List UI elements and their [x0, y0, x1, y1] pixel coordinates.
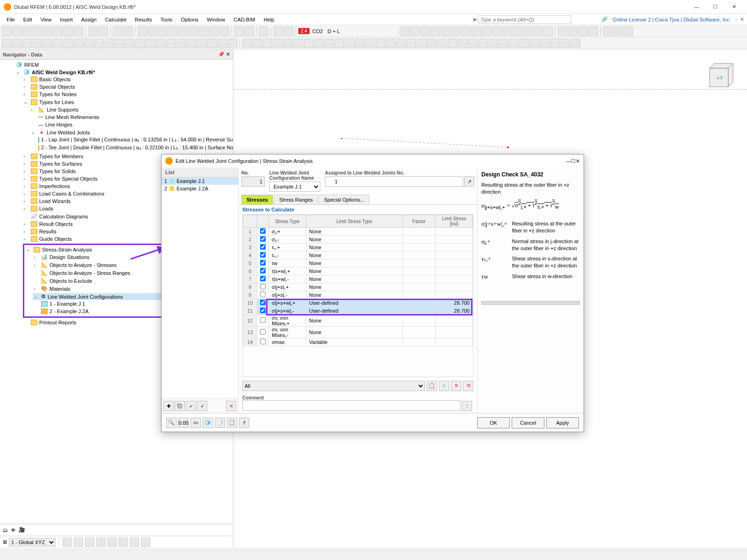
tb-icon[interactable]	[294, 39, 303, 48]
tb-icon[interactable]	[22, 27, 32, 36]
tb-icon[interactable]	[520, 39, 529, 48]
row-checkbox[interactable]	[260, 300, 266, 305]
nav-tab-display-icon[interactable]: 👁	[11, 527, 16, 533]
tb-icon[interactable]	[199, 27, 209, 36]
apply-button[interactable]: Apply	[546, 417, 579, 428]
copy-icon[interactable]: 📋	[427, 381, 437, 391]
menu-view[interactable]: View	[37, 15, 56, 24]
tb-icon[interactable]	[22, 39, 32, 48]
tb-icon[interactable]	[85, 538, 94, 547]
tb-icon[interactable]	[146, 39, 155, 48]
tb-icon[interactable]	[468, 39, 478, 48]
nav-tab-data-icon[interactable]: 🗂	[3, 527, 8, 533]
tb-icon[interactable]	[561, 39, 570, 48]
tb-icon[interactable]	[437, 39, 447, 48]
tb-icon[interactable]	[458, 39, 467, 48]
tb-icon[interactable]	[176, 39, 186, 48]
menu-help[interactable]: Help	[260, 15, 278, 24]
tree-project[interactable]: ⌄🧊 AISC Weld Design KB.rf6*	[15, 69, 233, 76]
tree-item[interactable]: ›Basic Objects	[22, 76, 233, 83]
tb-icon[interactable]	[43, 39, 52, 48]
tb-icon[interactable]	[253, 39, 262, 48]
stress-row[interactable]: 9 σ|j+s|,-None	[243, 291, 473, 299]
tb-icon[interactable]	[283, 39, 293, 48]
tb-icon[interactable]	[420, 27, 430, 36]
tb-icon[interactable]	[234, 27, 244, 36]
tb-icon[interactable]	[123, 27, 133, 36]
tb-icon[interactable]	[63, 538, 72, 547]
tb-icon[interactable]	[571, 39, 580, 48]
tb-icon[interactable]	[451, 27, 460, 36]
row-checkbox[interactable]	[260, 308, 266, 313]
tb-icon[interactable]	[119, 538, 128, 547]
tree-item[interactable]: 2 - Tee Joint | Double Fillet | Continuo…	[37, 144, 233, 151]
menu-window[interactable]: Window	[203, 15, 229, 24]
x-button[interactable]: ✕	[451, 381, 461, 391]
tb-icon[interactable]	[242, 39, 252, 48]
tb-icon[interactable]	[407, 39, 416, 48]
script-icon[interactable]: f	[239, 418, 249, 428]
tb-icon[interactable]	[376, 39, 385, 48]
tb-icon[interactable]	[550, 39, 560, 48]
tb-icon[interactable]	[502, 27, 512, 36]
tree-item[interactable]: ⌄🔺 Line Welded Joints	[30, 129, 233, 136]
reset-icon[interactable]: ⟲	[463, 381, 473, 391]
tb-icon[interactable]	[366, 39, 375, 48]
close-button[interactable]: ✕	[725, 0, 743, 14]
tb-icon[interactable]	[218, 39, 227, 48]
tb-icon[interactable]	[417, 39, 426, 48]
menu-assign[interactable]: Assign	[78, 15, 100, 24]
tree-item[interactable]: ›📐 Line Supports	[30, 106, 233, 113]
tb-icon[interactable]	[533, 27, 543, 36]
stress-row[interactable]: 1 σⱼ,+None	[243, 228, 473, 236]
dlg-close-button[interactable]: ✕	[576, 158, 580, 164]
tree-item[interactable]: ⌄Types for Lines	[22, 98, 233, 105]
tb-icon[interactable]	[166, 39, 176, 48]
tb-icon[interactable]	[613, 27, 623, 36]
tb-icon[interactable]	[472, 27, 481, 36]
tb-icon[interactable]	[263, 39, 272, 48]
tb-icon[interactable]	[441, 27, 450, 36]
cube-icon[interactable]: 🧊	[203, 418, 213, 428]
cancel-button[interactable]: Cancel	[512, 417, 544, 428]
tb-icon[interactable]	[259, 27, 268, 36]
stress-row[interactable]: 13 σv, von Mises,-None	[243, 327, 473, 338]
tb-icon[interactable]	[335, 39, 344, 48]
tb-icon[interactable]	[113, 27, 122, 36]
tab-special-options[interactable]: Special Options...	[319, 195, 369, 204]
menu-options[interactable]: Options	[177, 15, 202, 24]
tb-icon[interactable]	[355, 39, 365, 48]
tb-icon[interactable]	[461, 27, 471, 36]
tb-icon[interactable]	[523, 27, 532, 36]
tb-icon[interactable]	[84, 39, 93, 48]
menu-file[interactable]: File	[3, 15, 19, 24]
tb-icon[interactable]	[513, 27, 522, 36]
comment-btn[interactable]: ⋮	[462, 401, 472, 411]
tb-icon[interactable]	[135, 39, 145, 48]
ok-button[interactable]: OK	[477, 417, 510, 428]
tb-icon[interactable]	[63, 39, 73, 48]
dlg-maximize-button[interactable]: ☐	[571, 158, 576, 164]
tree-item[interactable]: 〰 Line Mesh Refinements	[30, 114, 233, 120]
tb-icon[interactable]	[448, 39, 457, 48]
tb-icon[interactable]	[427, 39, 437, 48]
cs-select[interactable]: 1 - Global XYZ	[9, 538, 56, 546]
keyword-search[interactable]	[478, 15, 571, 24]
tree-item[interactable]: 1 - Lap Joint | Single Fillet | Continuo…	[37, 136, 233, 143]
no-field[interactable]	[241, 176, 265, 187]
row-checkbox[interactable]	[260, 236, 266, 242]
menu-results[interactable]: Results	[131, 15, 156, 24]
tb-icon[interactable]	[187, 39, 196, 48]
tb-icon[interactable]	[228, 39, 237, 48]
tb-icon[interactable]	[284, 27, 293, 36]
tb-icon[interactable]	[324, 39, 334, 48]
row-checkbox[interactable]	[260, 317, 266, 323]
menu-calculate[interactable]: Calculate	[101, 15, 130, 24]
menu-cadbim[interactable]: CAD-BIM	[230, 15, 259, 24]
row-checkbox[interactable]	[260, 228, 266, 234]
tree-root[interactable]: 🧊 RFEM	[7, 61, 233, 68]
tb-icon[interactable]	[274, 27, 283, 36]
menu-insert[interactable]: Insert	[56, 15, 77, 24]
tb-icon[interactable]	[141, 538, 150, 547]
tb-icon[interactable]	[430, 27, 440, 36]
